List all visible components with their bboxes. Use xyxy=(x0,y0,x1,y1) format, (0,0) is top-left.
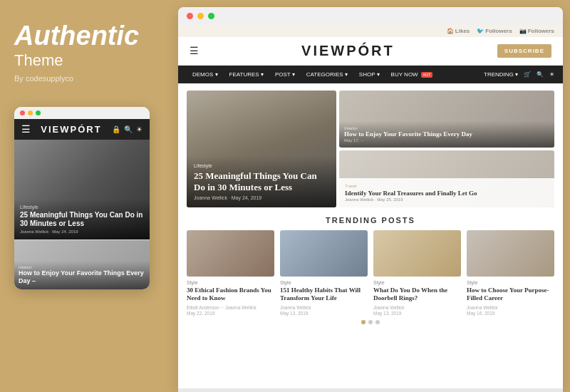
nav-right: TRENDING ▾ 🛒 🔍 ☀ xyxy=(484,71,554,78)
trending-date-1: May 22, 2019 xyxy=(187,311,274,316)
mobile-hero-title: 25 Meaningful Things You Can Do in 30 Mi… xyxy=(20,211,144,228)
site-logo: VIEWPÓRT xyxy=(301,43,395,59)
trending-img-4 xyxy=(467,230,554,277)
mobile-dot-yellow xyxy=(28,110,33,115)
hero-side1[interactable]: Interior How to Enjoy Your Favorite Thin… xyxy=(339,91,554,148)
trending-cat-1: Style xyxy=(187,280,274,285)
mobile-hero: Lifestyle 25 Meaningful Things You Can D… xyxy=(14,140,150,239)
site-header: ☰ VIEWPÓRT SUBSCRIBE xyxy=(178,37,563,66)
trending-img-3 xyxy=(373,230,461,277)
trending-cat-4: Style xyxy=(467,280,554,285)
brand-subtitle: Theme xyxy=(14,51,63,70)
trending-author-2: Joanna Wellick xyxy=(280,305,368,310)
trending-date-2: May 13, 2019 xyxy=(280,311,368,316)
trending-card-2[interactable]: Style 151 Healthy Habits That Will Trans… xyxy=(280,230,368,316)
pagination-dot-2[interactable] xyxy=(368,320,373,324)
pagination-dot-3[interactable] xyxy=(375,320,380,324)
trending-title-1: 30 Ethical Fashion Brands You Need to Kn… xyxy=(187,287,274,303)
topbar-instagram: 📷 Followers xyxy=(519,28,554,34)
hero-side1-overlay: Interior How to Enjoy Your Favorite Thin… xyxy=(339,121,554,148)
nav-demos[interactable]: DEMOS ▾ xyxy=(187,66,224,83)
browser-dot-yellow[interactable] xyxy=(197,13,204,19)
pagination-dot-1[interactable] xyxy=(361,320,366,324)
topbar-followers: 🐦 Followers xyxy=(477,28,512,34)
mobile-logo: VIEWPÓRT xyxy=(41,124,101,135)
hero-side2[interactable]: Travel Identify Your Real Treasures and … xyxy=(339,150,554,207)
mobile-navbar: ☰ VIEWPÓRT 🔒 🔍 ☀ xyxy=(14,119,150,140)
browser-chrome xyxy=(178,7,563,25)
trending-section: TRENDING POSTS Style 30 Ethical Fashion … xyxy=(187,216,554,324)
nav-theme-icon[interactable]: ☀ xyxy=(549,71,554,78)
nav-trending[interactable]: TRENDING ▾ xyxy=(484,71,518,78)
nav-categories[interactable]: CATEGORIES ▾ xyxy=(301,66,353,83)
browser-dot-green[interactable] xyxy=(208,13,214,19)
brand-title: Authentic xyxy=(14,21,139,51)
hero-side2-content: Travel Identify Your Real Treasures and … xyxy=(339,178,554,207)
trending-card-3[interactable]: Style What Do You Do When the Doorbell R… xyxy=(373,230,461,316)
trending-title-3: What Do You Do When the Doorbell Rings? xyxy=(373,287,461,303)
hero-main[interactable]: Lifestyle 25 Meaningful Things You Can D… xyxy=(187,91,336,207)
hero-side2-title: Identify Your Real Treasures and Finally… xyxy=(345,190,549,197)
mobile-sun-icon[interactable]: ☀ xyxy=(136,125,142,133)
mobile-card2-overlay: Interior How to Enjoy Your Favorite Thin… xyxy=(14,261,150,289)
mobile-card2: Interior How to Enjoy Your Favorite Thin… xyxy=(14,239,150,289)
mobile-search-icon[interactable]: 🔍 xyxy=(124,125,133,133)
pagination-dots xyxy=(187,320,554,324)
hero-main-meta: Joanna Wellick · May 24, 2019 xyxy=(194,195,329,200)
nav-buynow[interactable]: BUY NOW HOT xyxy=(385,66,439,83)
hero-main-cat: Lifestyle xyxy=(194,163,329,168)
nav-post[interactable]: POST ▾ xyxy=(269,66,301,83)
trending-title-2: 151 Healthy Habits That Will Transform Y… xyxy=(280,287,368,303)
hero-side2-cat: Travel xyxy=(345,184,549,188)
nav-features[interactable]: FEATURES ▾ xyxy=(224,66,269,83)
hero-side1-meta: May 17, ··· xyxy=(344,138,549,143)
site-content: Lifestyle 25 Meaningful Things You Can D… xyxy=(178,83,563,331)
trending-author-3: Joanna Wellick xyxy=(373,305,461,310)
browser-mockup: 🏠 Likes 🐦 Followers 📷 Followers ☰ VIEWPÓ… xyxy=(178,7,563,392)
mobile-dot-green xyxy=(36,110,41,115)
trending-card-4[interactable]: Style How to Choose Your Purpose-Filled … xyxy=(467,230,554,316)
nav-search-icon[interactable]: 🔍 xyxy=(537,71,544,78)
hero-side1-title: How to Enjoy Your Favorite Things Every … xyxy=(344,130,549,138)
left-panel: Authentic Theme By codesupplyco ☰ VIEWPÓ… xyxy=(0,0,175,392)
trending-cat-2: Style xyxy=(280,280,368,285)
hero-grid: Lifestyle 25 Meaningful Things You Can D… xyxy=(187,91,554,207)
mobile-hero-cat: Lifestyle xyxy=(20,205,144,210)
trending-grid: Style 30 Ethical Fashion Brands You Need… xyxy=(187,230,554,316)
trending-date-3: May 13, 2019 xyxy=(373,311,461,316)
nav-shop[interactable]: SHOP ▾ xyxy=(353,66,385,83)
trending-author-1: Elliott Anderson ··· Joanna Wellick xyxy=(187,305,274,310)
site-wrapper: 🏠 Likes 🐦 Followers 📷 Followers ☰ VIEWPÓ… xyxy=(178,25,563,388)
mobile-hero-overlay: Lifestyle 25 Meaningful Things You Can D… xyxy=(14,199,150,239)
hero-main-title: 25 Meaningful Things You Can Do in 30 Mi… xyxy=(194,170,329,194)
mobile-icons: 🔒 🔍 ☀ xyxy=(112,125,142,133)
mobile-dots xyxy=(14,107,150,119)
trending-cat-3: Style xyxy=(373,280,461,285)
mobile-lock-icon: 🔒 xyxy=(112,125,120,133)
trending-card-1[interactable]: Style 30 Ethical Fashion Brands You Need… xyxy=(187,230,274,316)
hero-side2-meta: Joanna Wellick · May 25, 2019 xyxy=(345,197,549,202)
trending-img-2 xyxy=(280,230,368,277)
brand-by: By codesupplyco xyxy=(14,74,73,83)
browser-dot-red[interactable] xyxy=(187,13,193,19)
nav-cart-icon[interactable]: 🛒 xyxy=(524,71,531,78)
trending-title-4: How to Choose Your Purpose-Filled Career xyxy=(467,287,554,303)
trending-heading: TRENDING POSTS xyxy=(187,216,554,225)
trending-author-4: Joanna Wellick xyxy=(467,305,554,310)
mobile-mockup: ☰ VIEWPÓRT 🔒 🔍 ☀ Lifestyle 25 Meaningful… xyxy=(14,107,150,289)
mobile-hero-meta: Joanna Wellick · May 24, 2019 xyxy=(20,229,144,234)
mobile-dot-red xyxy=(20,110,25,115)
topbar-likes: 🏠 Likes xyxy=(447,28,470,34)
hamburger-icon[interactable]: ☰ xyxy=(190,45,199,57)
site-nav: DEMOS ▾ FEATURES ▾ POST ▾ CATEGORIES ▾ S… xyxy=(178,66,563,83)
mobile-hamburger-icon[interactable]: ☰ xyxy=(21,123,31,135)
site-topbar: 🏠 Likes 🐦 Followers 📷 Followers xyxy=(178,25,563,37)
hero-main-overlay: Lifestyle 25 Meaningful Things You Can D… xyxy=(187,156,336,208)
mobile-card2-title: How to Enjoy Your Favorite Things Every … xyxy=(19,269,145,285)
trending-img-1 xyxy=(187,230,274,277)
trending-date-4: May 16, 2019 xyxy=(467,311,554,316)
subscribe-button[interactable]: SUBSCRIBE xyxy=(497,44,551,58)
nav-left: DEMOS ▾ FEATURES ▾ POST ▾ CATEGORIES ▾ S… xyxy=(187,66,438,83)
